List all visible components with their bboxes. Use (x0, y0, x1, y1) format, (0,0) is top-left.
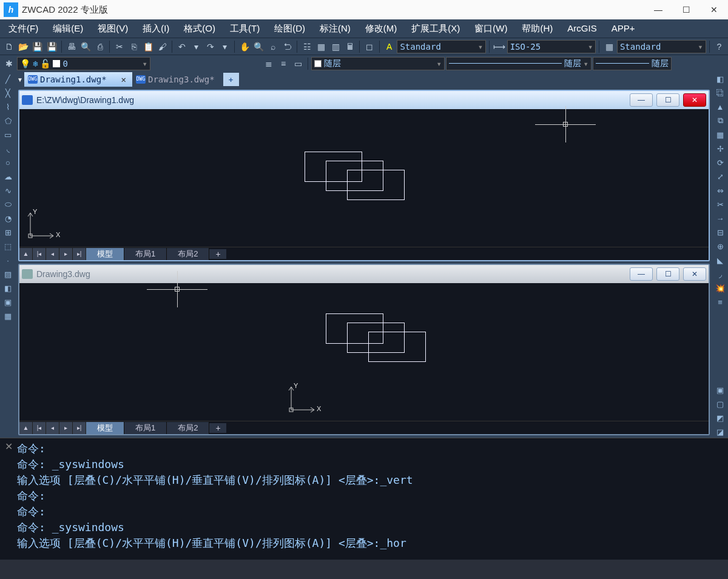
new-icon[interactable]: 🗋 (2, 40, 16, 53)
layout-tab-layout2[interactable]: 布局2 (167, 248, 209, 260)
layer-manager-icon[interactable]: ✱ (2, 57, 16, 70)
ellipse-arc-icon[interactable]: ◔ (2, 212, 14, 224)
child-minimize-button[interactable]: — (630, 93, 653, 107)
maximize-button[interactable]: ☐ (672, 0, 700, 19)
text-style-icon[interactable]: A (383, 40, 396, 53)
join-icon[interactable]: ⊕ (714, 240, 726, 252)
cut-icon[interactable]: ✂ (113, 40, 126, 53)
layout-tab-layout1[interactable]: 布局1 (124, 248, 167, 260)
dim-style-icon[interactable]: ⟼ (493, 40, 506, 53)
menu-insert[interactable]: 插入(I) (135, 19, 177, 38)
command-history[interactable]: 命令: 命令: _syswindows 输入选项 [层叠(C)/水平平铺(H)/… (17, 438, 728, 560)
print-icon[interactable]: 🖶 (65, 40, 78, 53)
hatch-icon[interactable]: ▨ (2, 268, 14, 280)
print-preview-icon[interactable]: 🔍 (79, 40, 92, 53)
child-minimize-button[interactable]: — (630, 267, 653, 281)
layout-nav-next-icon[interactable]: ▸ (59, 422, 73, 434)
dim-style-select[interactable]: ISO-25▾ (507, 40, 596, 53)
zoom-realtime-icon[interactable]: 🔍 (252, 40, 266, 53)
save-icon[interactable]: 💾 (31, 40, 44, 53)
design-center-icon[interactable]: ▦ (315, 40, 328, 53)
menu-window[interactable]: 窗口(W) (467, 19, 514, 38)
properties-icon[interactable]: ☷ (300, 40, 314, 53)
clean-screen-icon[interactable]: ◻ (363, 40, 376, 53)
layout-nav-up-icon[interactable]: ▲ (19, 248, 33, 260)
trim-icon[interactable]: ✂ (714, 198, 726, 210)
copy-obj-icon[interactable]: ⿻ (714, 87, 726, 99)
tab-handle-icon[interactable]: ▼ (16, 76, 24, 83)
stretch-icon[interactable]: ⇔ (714, 184, 726, 196)
extend-icon[interactable]: → (714, 212, 726, 224)
make-block-icon[interactable]: ⬚ (2, 240, 14, 252)
command-close-icon[interactable]: ✕ (0, 438, 17, 560)
doc-tab-drawing3[interactable]: DWG Drawing3.dwg* (132, 72, 221, 87)
tab-close-icon[interactable]: ✕ (121, 75, 126, 84)
paste-icon[interactable]: 📋 (141, 40, 155, 53)
menu-app-plus[interactable]: APP+ (604, 19, 642, 38)
polygon-icon[interactable]: ⬠ (2, 115, 14, 127)
saveall-icon[interactable]: 💾 (46, 40, 59, 53)
rotate-icon[interactable]: ⟳ (714, 156, 726, 169)
layout-tab-layout2[interactable]: 布局2 (167, 422, 209, 434)
menu-draw[interactable]: 绘图(D) (267, 19, 312, 38)
layer-prev-icon[interactable]: ≡ (277, 57, 290, 70)
zoom-prev-icon[interactable]: ⮌ (281, 40, 294, 53)
insert-block-icon[interactable]: ⊞ (2, 226, 14, 238)
menu-modify[interactable]: 修改(M) (358, 19, 405, 38)
redo-icon[interactable]: ↷ (204, 40, 217, 53)
undo-dropdown-icon[interactable]: ▾ (190, 40, 203, 53)
menu-edit[interactable]: 编辑(E) (46, 19, 90, 38)
polyline-icon[interactable]: ⌇ (2, 101, 14, 113)
redo-dropdown-icon[interactable]: ▾ (218, 40, 232, 53)
layer-state-icon[interactable]: ≣ (262, 57, 275, 70)
revcloud-icon[interactable]: ☁ (2, 170, 14, 182)
draworder-under-icon[interactable]: ◪ (714, 426, 726, 438)
menu-tools[interactable]: 工具(T) (223, 19, 267, 38)
layout-nav-prev-icon[interactable]: ◂ (46, 422, 59, 434)
break-icon[interactable]: ⊟ (714, 226, 726, 238)
drawing-canvas[interactable]: Y X (19, 109, 709, 247)
publish-icon[interactable]: ⎙ (93, 40, 107, 53)
undo-icon[interactable]: ↶ (175, 40, 189, 53)
help-icon[interactable]: ? (713, 40, 726, 53)
table-style-icon[interactable]: ▦ (602, 40, 616, 53)
layout-tab-layout1[interactable]: 布局1 (124, 422, 167, 434)
move-icon[interactable]: ✢ (714, 142, 726, 155)
matchprop-icon[interactable]: 🖌 (156, 40, 169, 53)
child-maximize-button[interactable]: ☐ (656, 93, 679, 107)
menu-view[interactable]: 视图(V) (90, 19, 135, 38)
fillet-icon[interactable]: ◞ (714, 268, 726, 280)
arc-icon[interactable]: ◟ (2, 142, 14, 155)
menu-extend-tools[interactable]: 扩展工具(X) (404, 19, 467, 38)
line-icon[interactable]: ╱ (2, 73, 14, 85)
layout-add-button[interactable]: + (209, 423, 226, 433)
child-titlebar[interactable]: E:\ZW\dwg\Drawing1.dwg — ☐ ✕ (19, 91, 709, 109)
layout-tab-model[interactable]: 模型 (86, 248, 124, 260)
linetype-select[interactable]: 随层▾ (446, 57, 592, 70)
scale-icon[interactable]: ⤢ (714, 170, 726, 182)
explode-icon[interactable]: 💥 (714, 282, 726, 294)
open-icon[interactable]: 📂 (17, 40, 30, 53)
text-style-select[interactable]: Standard▾ (397, 40, 486, 53)
menu-arcgis[interactable]: ArcGIS (560, 19, 604, 38)
layout-nav-first-icon[interactable]: |◂ (33, 422, 46, 434)
circle-icon[interactable]: ○ (2, 156, 14, 169)
offset-icon[interactable]: ⧉ (714, 115, 726, 127)
color-select[interactable]: 随层▾ (311, 57, 445, 70)
layout-add-button[interactable]: + (209, 249, 226, 259)
menu-dimension[interactable]: 标注(N) (312, 19, 358, 38)
erase-icon[interactable]: ◧ (714, 73, 726, 85)
table-style-select[interactable]: Standard▾ (617, 40, 706, 53)
new-tab-button[interactable]: + (223, 73, 239, 86)
draworder-back-icon[interactable]: ▢ (714, 398, 726, 410)
gradient-icon[interactable]: ◧ (2, 282, 14, 294)
draworder-above-icon[interactable]: ◩ (714, 412, 726, 424)
close-button[interactable]: ✕ (700, 0, 728, 19)
layout-nav-prev-icon[interactable]: ◂ (46, 248, 59, 260)
menu-file[interactable]: 文件(F) (1, 19, 46, 38)
layout-nav-next-icon[interactable]: ▸ (59, 248, 73, 260)
child-close-button[interactable]: ✕ (683, 93, 706, 107)
point-icon[interactable]: ∙ (2, 254, 14, 266)
copy-icon[interactable]: ⎘ (127, 40, 141, 53)
layout-nav-up-icon[interactable]: ▲ (19, 422, 33, 434)
